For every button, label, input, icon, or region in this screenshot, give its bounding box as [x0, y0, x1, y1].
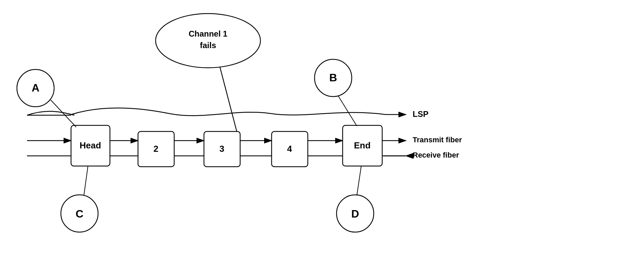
balloon-line1: Channel 1	[189, 29, 228, 38]
end-node-label: End	[354, 140, 370, 150]
transmit-fiber-label: Transmit fiber	[413, 136, 462, 144]
receive-fiber-label: Receive fiber	[413, 151, 459, 159]
circle-a-connector	[51, 100, 76, 127]
node4-label: 4	[287, 144, 292, 154]
circle-d-connector	[357, 166, 361, 196]
node3-label: 3	[220, 144, 224, 154]
balloon-line2: fails	[200, 41, 216, 50]
lsp-entry-wave	[27, 111, 74, 115]
circle-a-label: A	[31, 82, 39, 94]
lsp-label: LSP	[413, 109, 429, 119]
circle-c-connector	[84, 166, 88, 196]
lsp-top-wave	[71, 108, 386, 116]
circle-b-label: B	[329, 71, 337, 84]
circle-c-label: C	[75, 208, 83, 220]
head-node-label: Head	[79, 140, 101, 150]
balloon-tail	[220, 67, 237, 131]
node2-label: 2	[154, 144, 158, 154]
diagram-canvas: Head 2 3 4 End A B C D Channel 1 fails L…	[0, 0, 644, 267]
circle-d-label: D	[351, 208, 359, 220]
circle-b-connector	[338, 96, 357, 126]
